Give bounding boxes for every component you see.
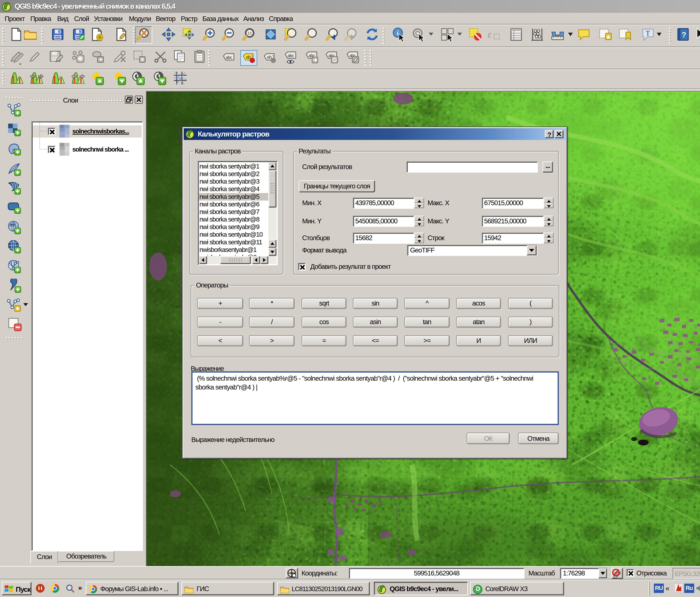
svg-text:T: T — [646, 29, 650, 37]
svg-text:1:1: 1:1 — [247, 31, 252, 35]
svg-text:ε: ε — [488, 29, 492, 40]
svg-text:ab: ab — [267, 54, 272, 60]
svg-text:?: ? — [681, 30, 686, 39]
svg-text:WMS: WMS — [9, 223, 16, 226]
svg-text:ab: ab — [246, 54, 250, 60]
